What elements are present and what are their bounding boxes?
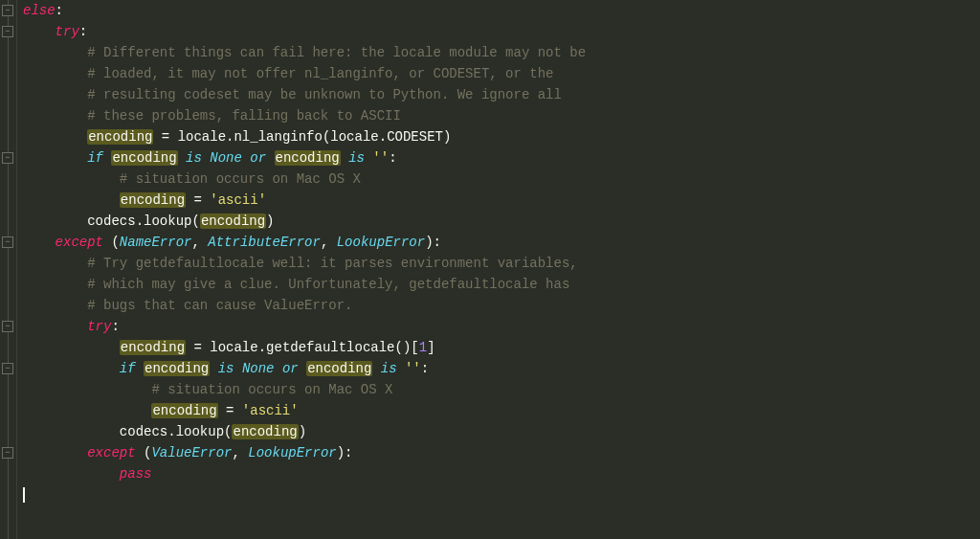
code-line[interactable]: if encoding is None or encoding is '': [23, 147, 586, 168]
code-line[interactable]: pass [23, 463, 586, 484]
code-line[interactable]: codecs.lookup(encoding) [23, 421, 586, 442]
code-line[interactable]: # these problems, falling back to ASCII [23, 105, 586, 126]
code-line[interactable]: encoding = locale.getdefaultlocale()[1] [23, 337, 586, 358]
code-line[interactable]: # loaded, it may not offer nl_langinfo, … [23, 63, 586, 84]
highlighted-occurrence: encoding [200, 213, 266, 229]
code-line[interactable]: # situation occurs on Mac OS X [23, 168, 586, 190]
highlighted-occurrence: encoding [151, 403, 217, 418]
highlighted-occurrence: encoding [232, 424, 298, 439]
code-line[interactable]: encoding = locale.nl_langinfo(locale.COD… [23, 126, 586, 147]
highlighted-occurrence: encoding [120, 192, 186, 208]
highlighted-occurrence: encoding [144, 361, 210, 376]
fold-toggle-icon[interactable]: − [2, 236, 13, 248]
code-line[interactable]: try: [23, 316, 586, 337]
code-line[interactable]: else: [23, 0, 586, 21]
text-cursor [23, 487, 25, 503]
code-line[interactable]: encoding = 'ascii' [23, 190, 586, 211]
code-line[interactable]: # Different things can fail here: the lo… [23, 42, 586, 63]
highlighted-occurrence: encoding [87, 129, 153, 145]
code-line[interactable]: encoding = 'ascii' [23, 400, 586, 421]
highlighted-occurrence: encoding [306, 361, 372, 376]
code-line[interactable]: except (ValueError, LookupError): [23, 442, 586, 463]
fold-toggle-icon[interactable]: − [2, 447, 13, 459]
code-line[interactable]: codecs.lookup(encoding) [23, 211, 586, 232]
code-line[interactable]: # situation occurs on Mac OS X [23, 379, 586, 400]
fold-gutter: −−−−−−− [0, 0, 17, 539]
highlighted-occurrence: encoding [275, 150, 341, 166]
code-line[interactable]: if encoding is None or encoding is '': [23, 358, 586, 379]
fold-toggle-icon[interactable]: − [2, 152, 13, 164]
fold-toggle-icon[interactable]: − [2, 26, 13, 37]
highlighted-occurrence: encoding [120, 340, 186, 355]
highlighted-occurrence: encoding [111, 150, 177, 166]
fold-toggle-icon[interactable]: − [2, 363, 13, 374]
fold-toggle-icon[interactable]: − [2, 321, 13, 332]
code-line[interactable]: # Try getdefaultlocale well: it parses e… [23, 253, 586, 274]
fold-toggle-icon[interactable]: − [2, 5, 13, 16]
code-line[interactable]: # bugs that can cause ValueError. [23, 295, 586, 316]
code-line[interactable]: # which may give a clue. Unfortunately, … [23, 274, 586, 295]
code-line[interactable]: # resulting codeset may be unknown to Py… [23, 84, 586, 105]
code-line[interactable]: try: [23, 21, 586, 42]
code-line[interactable] [23, 484, 586, 505]
code-line[interactable]: except (NameError, AttributeError, Looku… [23, 232, 586, 253]
code-editor-area[interactable]: else: try: # Different things can fail h… [17, 0, 586, 539]
